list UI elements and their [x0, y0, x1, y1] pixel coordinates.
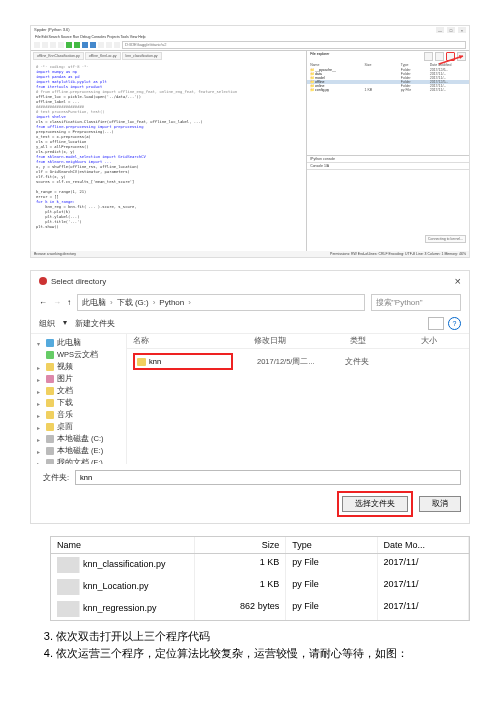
sidebar-item[interactable]: ▸文档 [31, 385, 126, 397]
status-left: Browse a working directory [34, 252, 76, 256]
help-icon[interactable]: ? [448, 317, 461, 330]
svg-line-0 [439, 56, 463, 64]
sidebar-item[interactable]: ▸下载 [31, 397, 126, 409]
nav-back-icon[interactable]: ← [39, 298, 47, 307]
app-icon [39, 277, 47, 285]
folder-input[interactable]: knn [75, 470, 461, 485]
sidebar-item[interactable]: ▸我的文档 (F:) [31, 457, 126, 464]
cancel-button[interactable]: 取消 [419, 496, 461, 512]
file-explorer: File explorer NameSizeTypeDate Modified … [307, 51, 469, 156]
working-dir: D:\IDE\kaggle\titanic\v2 [122, 41, 466, 49]
sidebar-item[interactable]: ▸本地磁盘 (E:) [31, 445, 126, 457]
highlighted-ok: 选择文件夹 [337, 491, 413, 517]
folder-label: 文件夹: [39, 473, 69, 483]
sidebar-item[interactable]: ▸音乐 [31, 409, 126, 421]
status-right: Permissions: RW End-of-lines: CRLF Encod… [330, 252, 466, 256]
select-directory-dialog: Select directory × ← → ↑ 此电脑› 下载 (G:)› P… [30, 270, 470, 524]
search-input[interactable]: 搜索"Python" [371, 294, 461, 311]
sidebar-item[interactable]: ▸本地磁盘 (C:) [31, 433, 126, 445]
select-folder-button[interactable]: 选择文件夹 [342, 496, 408, 512]
ipython-console: IPython console Console 1/A Connecting t… [307, 156, 469, 251]
minimize-icon: — [436, 27, 444, 33]
sidebar-item[interactable]: ▸桌面 [31, 421, 126, 433]
toolbar: D:\IDE\kaggle\titanic\v2 [31, 40, 469, 51]
sidebar: ▾此电脑WPS云文档▸视频▸图片▸文档▸下载▸音乐▸桌面▸本地磁盘 (C:)▸本… [31, 334, 127, 464]
folder-icon [137, 358, 146, 366]
breadcrumb[interactable]: 此电脑› 下载 (G:)› Python› [77, 294, 365, 311]
list-item[interactable]: knn [137, 357, 229, 366]
organize-button[interactable]: 组织 [39, 318, 55, 329]
table-row: knn_Location.py1 KBpy File2017/11/ [51, 576, 469, 598]
table-row: knn_classification.py1 KBpy File2017/11/ [51, 554, 469, 576]
step-4: 依次运营三个程序，定位算法比较复杂，运营较慢，请耐心等待，如图： [56, 646, 470, 661]
instruction-list: 依次双击打开以上三个程序代码 依次运营三个程序，定位算法比较复杂，运营较慢，请耐… [38, 629, 470, 661]
sidebar-item[interactable]: ▸图片 [31, 373, 126, 385]
new-folder-button[interactable]: 新建文件夹 [75, 318, 115, 329]
sidebar-item[interactable]: WPS云文档 [31, 349, 126, 361]
nav-fwd-icon[interactable]: → [53, 298, 61, 307]
close-icon[interactable]: × [455, 275, 461, 287]
dialog-title: Select directory [51, 277, 106, 286]
editor-tab: knn_classification.py [122, 52, 162, 60]
code-editor: offline_KnnClassification.py offline_Knn… [31, 51, 307, 251]
panel-title: File explorer [310, 52, 329, 61]
app-title: Spyder (Python 3.6) [34, 27, 70, 33]
maximize-icon: □ [447, 27, 455, 33]
kernel-status: Connecting to kernel... [425, 235, 466, 243]
sidebar-item[interactable]: ▾此电脑 [31, 337, 126, 349]
fe-back-icon [424, 52, 433, 61]
table-row: knn_regression.py862 bytespy File2017/11… [51, 598, 469, 620]
nav-up-icon[interactable]: ↑ [67, 298, 71, 307]
highlighted-folder: knn [133, 353, 233, 370]
close-icon: × [458, 27, 466, 33]
sidebar-item[interactable]: ▸视频 [31, 361, 126, 373]
view-mode-icon[interactable] [428, 317, 444, 330]
spyder-screenshot: Spyder (Python 3.6) — □ × File Edit Sear… [30, 25, 470, 258]
editor-tab: offline_KnnClassification.py [33, 52, 84, 60]
step-3: 依次双击打开以上三个程序代码 [56, 629, 470, 644]
python-files-table: NameSizeTypeDate Mo... knn_classificatio… [50, 536, 470, 621]
editor-tab: offline_KnnLoc.py [85, 52, 121, 60]
